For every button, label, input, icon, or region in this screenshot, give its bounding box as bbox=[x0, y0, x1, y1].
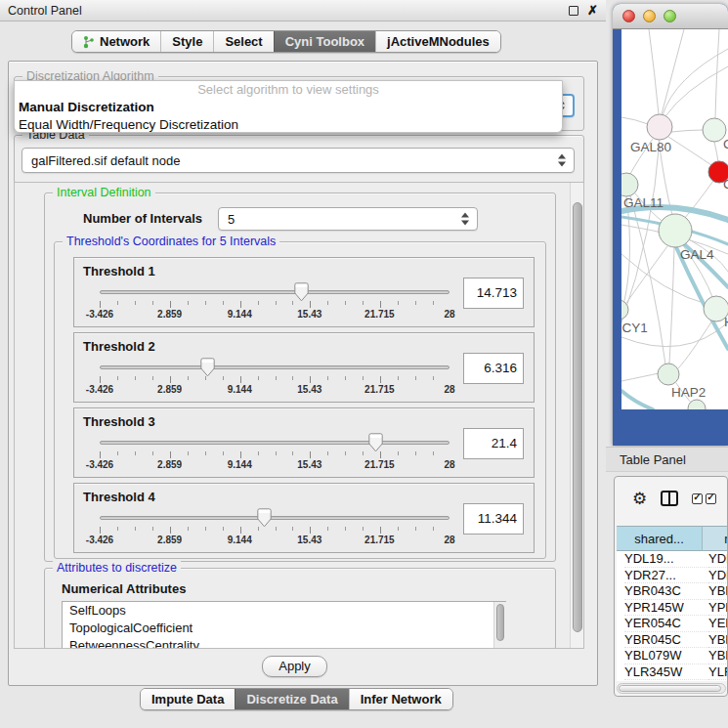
table-cell[interactable]: YDL1 bbox=[708, 551, 728, 568]
slider-track[interactable] bbox=[100, 516, 450, 520]
threshold-value-field[interactable]: 14.713 bbox=[463, 278, 524, 309]
table-cell[interactable]: YLR345W bbox=[624, 664, 710, 681]
network-node[interactable] bbox=[647, 114, 672, 140]
attribute-list-item[interactable]: TopologicalCoefficient bbox=[63, 620, 505, 637]
attributes-scrollbar-thumb[interactable] bbox=[496, 604, 504, 641]
slider-handle-icon[interactable] bbox=[257, 508, 272, 528]
slider-track[interactable] bbox=[100, 290, 450, 294]
tick-label: 2.859 bbox=[157, 309, 182, 320]
table-cell[interactable]: YIL053C bbox=[624, 680, 710, 681]
table-column-header[interactable]: shared... bbox=[617, 526, 703, 551]
table-cell[interactable]: YDL19... bbox=[624, 551, 710, 568]
network-window-titlebar[interactable] bbox=[613, 4, 728, 29]
table-data-combobox[interactable]: galFiltered.sif default node bbox=[21, 148, 575, 173]
table-toolbar: ⚙ bbox=[615, 477, 727, 520]
table-cell[interactable]: YBL079W bbox=[624, 648, 710, 664]
num-intervals-value: 5 bbox=[228, 212, 235, 227]
node-label: HAP2 bbox=[671, 385, 706, 400]
threshold-slider[interactable]: -3.4262.8599.14415.4321.71528 bbox=[100, 507, 450, 550]
table-cell[interactable]: YDR2 bbox=[708, 568, 728, 584]
control-panel-titlebar: Control Panel ✗ bbox=[0, 0, 606, 21]
network-node[interactable] bbox=[658, 364, 679, 385]
tick-label: 9.144 bbox=[228, 309, 252, 320]
tab-label: Impute Data bbox=[151, 692, 224, 707]
threshold-value-field[interactable]: 6.316 bbox=[463, 353, 524, 384]
float-window-icon[interactable] bbox=[569, 6, 578, 16]
apply-button[interactable]: Apply bbox=[262, 656, 327, 677]
attributes-listbox[interactable]: SelfLoopsTopologicalCoefficientBetweenne… bbox=[62, 601, 506, 649]
slider-track[interactable] bbox=[100, 365, 450, 369]
table-cell[interactable]: YBR045C bbox=[624, 632, 710, 649]
num-intervals-combobox[interactable]: 5 bbox=[218, 207, 478, 231]
slider-handle-icon[interactable] bbox=[294, 282, 309, 302]
table-cell[interactable]: YLR3 bbox=[708, 664, 728, 681]
threshold-slider[interactable]: -3.4262.8599.14415.4321.71528 bbox=[100, 281, 450, 324]
network-graph[interactable]: GAL80GAGAL11CGAL4GCY1HHAP2 bbox=[621, 29, 728, 409]
table-cell[interactable]: YBR043C bbox=[624, 583, 710, 600]
table-cell[interactable]: YBR0 bbox=[708, 583, 728, 600]
table-cell[interactable]: YDR27... bbox=[624, 568, 710, 584]
network-node[interactable] bbox=[621, 300, 628, 320]
settings-scrollbar-thumb[interactable] bbox=[573, 202, 582, 632]
dropdown-item-manual-discretization[interactable]: Manual Discretization bbox=[15, 99, 562, 116]
checkbox-checked-icon[interactable] bbox=[692, 493, 703, 504]
table-cell[interactable]: YBR0 bbox=[708, 632, 728, 649]
network-nodes[interactable] bbox=[621, 114, 728, 409]
table-hscrollbar-thumb[interactable] bbox=[619, 685, 721, 692]
network-node[interactable] bbox=[659, 214, 692, 247]
dropdown-item-equal-width[interactable]: Equal Width/Frequency Discretization bbox=[15, 116, 562, 134]
network-node[interactable] bbox=[621, 173, 638, 196]
table-hscrollbar[interactable] bbox=[617, 683, 726, 694]
network-canvas[interactable]: GAL80GAGAL11CGAL4GCY1HHAP2 bbox=[621, 29, 728, 409]
minimize-traffic-light-icon[interactable] bbox=[643, 10, 656, 22]
tick-label: 28 bbox=[444, 309, 454, 320]
slider-major-ticks bbox=[100, 527, 450, 534]
threshold-slider[interactable]: -3.4262.8599.14415.4321.71528 bbox=[100, 357, 450, 400]
slider-tick-labels: -3.4262.8599.14415.4321.71528 bbox=[100, 459, 450, 472]
slider-handle-icon[interactable] bbox=[200, 358, 215, 377]
tab-discretize-data[interactable]: Discretize Data bbox=[235, 689, 348, 709]
gear-icon[interactable]: ⚙ bbox=[632, 491, 647, 507]
threshold-value-field[interactable]: 21.4 bbox=[463, 428, 524, 459]
table-cell[interactable]: YIL0 bbox=[708, 680, 728, 681]
slider-tick-labels: -3.4262.8599.14415.4321.71528 bbox=[100, 535, 450, 547]
split-columns-icon[interactable] bbox=[661, 491, 678, 506]
slider-tick-labels: -3.4262.8599.14415.4321.71528 bbox=[100, 309, 450, 321]
tab-network[interactable]: Network bbox=[72, 31, 160, 52]
threshold-panel: Threshold 4 -3.4262.8599.14415.4321.7152… bbox=[73, 483, 535, 553]
attribute-list-item[interactable]: BetweennessCentrality bbox=[63, 637, 505, 649]
close-icon[interactable]: ✗ bbox=[587, 6, 598, 16]
dropdown-placeholder-item[interactable]: Select algorithm to view settings bbox=[15, 81, 562, 99]
tab-group: NetworkStyleSelectCyni ToolboxjActiveMNo… bbox=[71, 30, 501, 53]
tab-group: Impute DataDiscretize DataInfer Network bbox=[140, 688, 453, 710]
tick-label: 15.43 bbox=[297, 535, 321, 545]
close-traffic-light-icon[interactable] bbox=[622, 10, 635, 22]
tab-impute-data[interactable]: Impute Data bbox=[141, 689, 235, 709]
threshold-panel: Threshold 1 -3.4262.8599.14415.4321.7152… bbox=[73, 257, 535, 327]
settings-scrollbar[interactable] bbox=[570, 183, 584, 648]
network-node[interactable] bbox=[688, 400, 706, 409]
table-cell[interactable]: YBL0 bbox=[708, 648, 728, 664]
zoom-traffic-light-icon[interactable] bbox=[664, 10, 676, 22]
threshold-label: Threshold 3 bbox=[83, 414, 155, 429]
table-column-header[interactable]: na bbox=[703, 526, 728, 551]
table-cell[interactable]: YER0 bbox=[708, 616, 728, 632]
table-cell[interactable]: YER054C bbox=[624, 616, 710, 632]
checkbox-checked-icon[interactable] bbox=[706, 493, 716, 504]
tab-infer-network[interactable]: Infer Network bbox=[349, 689, 452, 709]
table-body: YDL19...YDL1YDR27...YDR2YBR043CYBR0YPR14… bbox=[617, 551, 728, 681]
tab-cyni-toolbox[interactable]: Cyni Toolbox bbox=[274, 31, 375, 52]
tab-style[interactable]: Style bbox=[160, 31, 213, 52]
slider-handle-icon[interactable] bbox=[368, 433, 383, 452]
tab-jactivemnodules[interactable]: jActiveMNodules bbox=[375, 31, 500, 52]
threshold-slider[interactable]: -3.4262.8599.14415.4321.71528 bbox=[100, 432, 450, 475]
tab-select[interactable]: Select bbox=[213, 31, 273, 52]
attribute-list-item[interactable]: SelfLoops bbox=[63, 602, 505, 620]
node-label: GAL80 bbox=[630, 140, 671, 154]
table-cell[interactable]: YPR145W bbox=[624, 600, 710, 617]
attributes-scrollbar[interactable] bbox=[493, 602, 506, 649]
threshold-value-field[interactable]: 11.344 bbox=[463, 503, 524, 535]
slider-track[interactable] bbox=[100, 441, 450, 445]
algorithm-dropdown-popup: Select algorithm to view settings Manual… bbox=[14, 80, 563, 133]
table-cell[interactable]: YPR1 bbox=[708, 600, 728, 617]
